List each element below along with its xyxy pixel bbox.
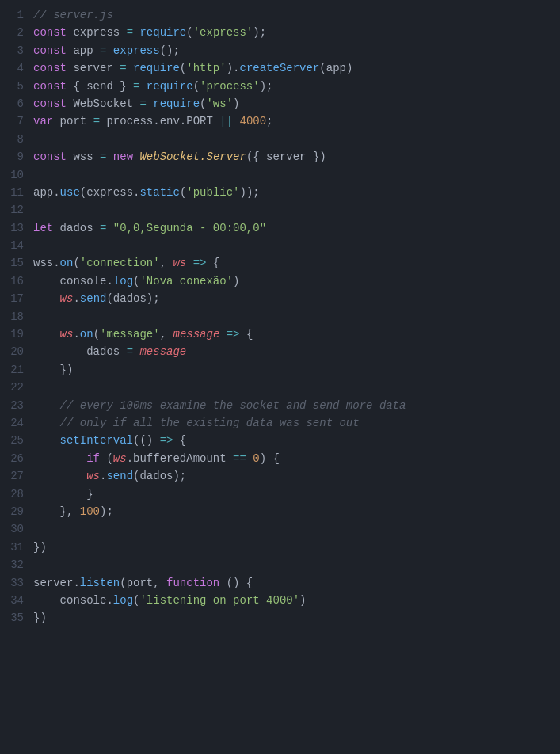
token-fn: require — [139, 26, 186, 39]
token-operator: == — [233, 452, 246, 465]
code-line — [33, 237, 550, 254]
token-plain: ); — [100, 505, 113, 518]
token-string: 'connection' — [80, 257, 160, 269]
token-param: ws — [60, 292, 74, 305]
token-plain: WebSocket — [67, 97, 139, 110]
token-plain — [139, 80, 146, 93]
token-keyword: if — [86, 452, 100, 465]
code-line: ws.on('message', message => { — [33, 326, 550, 343]
token-plain: , — [160, 328, 173, 341]
token-fn: send — [106, 470, 133, 482]
token-number: 0 — [253, 452, 259, 465]
line-number: 23 — [6, 397, 24, 414]
code-line: const { send } = require('process'); — [33, 78, 550, 95]
line-number: 7 — [6, 112, 24, 130]
token-number: 4000 — [240, 115, 267, 128]
token-fn: require — [147, 80, 193, 93]
code-line: ws.send(dados); — [33, 467, 550, 485]
line-number: 3 — [6, 42, 24, 59]
token-comment: // only if all the existing data was sen… — [60, 417, 360, 429]
token-plain — [33, 452, 86, 465]
token-string: 'Nova conexão' — [139, 275, 233, 288]
token-number: 100 — [80, 505, 100, 518]
code-line: server.listen(port, function () { — [33, 574, 550, 592]
token-operator: || — [219, 115, 233, 128]
token-plain: { — [173, 434, 186, 447]
code-line: }) — [33, 539, 550, 556]
token-param: message — [139, 345, 186, 358]
token-string: "0,0,Segunda - 00:00,0" — [113, 222, 266, 234]
line-number: 19 — [6, 326, 24, 343]
token-fn: use — [60, 186, 80, 199]
token-keyword: const — [33, 62, 67, 74]
code-line — [33, 201, 550, 219]
token-plain: )); — [240, 186, 260, 199]
token-fn: listen — [80, 577, 120, 589]
token-plain — [233, 115, 239, 128]
code-line: let dados = "0,0,Segunda - 00:00,0" — [33, 219, 550, 237]
token-plain — [33, 328, 60, 341]
token-plain — [106, 222, 112, 234]
code-line: app.use(express.static('public')); — [33, 184, 550, 201]
token-plain: ) — [299, 594, 306, 607]
line-number: 32 — [6, 556, 24, 573]
token-plain: ( — [93, 328, 100, 341]
code-line: }) — [33, 609, 550, 626]
code-line — [33, 131, 550, 148]
code-line: // only if all the existing data was sen… — [33, 414, 550, 432]
token-plain — [147, 97, 153, 110]
token-plain: ; — [266, 115, 272, 128]
token-keyword: const — [33, 97, 67, 110]
line-number: 5 — [6, 78, 24, 95]
token-plain: (dados); — [106, 292, 159, 305]
code-line: var port = process.env.PORT || 4000; — [33, 112, 550, 130]
token-plain — [33, 292, 60, 305]
token-plain: ( — [73, 257, 79, 269]
token-operator: => — [193, 257, 207, 269]
token-plain: }) — [33, 364, 73, 376]
code-line: }) — [33, 361, 550, 379]
line-number: 33 — [6, 574, 24, 592]
token-operator: = — [127, 345, 133, 358]
token-comment: // server.js — [33, 9, 113, 21]
code-line — [33, 379, 550, 396]
token-operator: = — [139, 97, 146, 110]
token-plain: ) — [233, 97, 239, 110]
token-plain: (express. — [80, 186, 140, 199]
token-keyword: new — [113, 150, 133, 163]
token-plain: }, — [33, 505, 80, 518]
token-plain: process.env.PORT — [100, 115, 219, 128]
line-number: 21 — [6, 361, 24, 379]
token-string: 'http' — [186, 62, 226, 74]
code-content: // server.jsconst express = require('exp… — [30, 6, 560, 748]
code-line: } — [33, 486, 550, 503]
token-comment: // every 100ms examine the socket and se… — [60, 399, 406, 412]
token-plain: { — [207, 257, 220, 269]
token-keyword: const — [33, 80, 67, 93]
token-plain: server — [67, 62, 120, 74]
token-fn: createServer — [240, 62, 320, 74]
token-plain: ( — [193, 80, 200, 93]
code-line — [33, 308, 550, 326]
token-fn: require — [133, 62, 180, 74]
code-line: }, 100); — [33, 503, 550, 520]
token-plain — [33, 470, 86, 482]
token-plain: { — [240, 328, 253, 341]
token-keyword: const — [33, 44, 67, 57]
token-operator: => — [160, 434, 173, 447]
token-plain: dados — [33, 345, 127, 358]
code-line — [33, 166, 550, 184]
token-plain: () { — [219, 577, 253, 589]
code-line: const express = require('express'); — [33, 24, 550, 41]
token-plain: }) — [33, 611, 47, 624]
token-string: 'public' — [186, 186, 239, 199]
line-number: 24 — [6, 414, 24, 432]
line-number: 9 — [6, 148, 24, 166]
token-operator: => — [227, 328, 240, 341]
code-line: console.log('listening on port 4000') — [33, 592, 550, 609]
code-line: ws.send(dados); — [33, 290, 550, 307]
token-fn: on — [60, 257, 74, 269]
token-plain: (dados); — [133, 470, 186, 482]
token-fn: log — [113, 275, 133, 288]
token-plain — [219, 328, 226, 341]
